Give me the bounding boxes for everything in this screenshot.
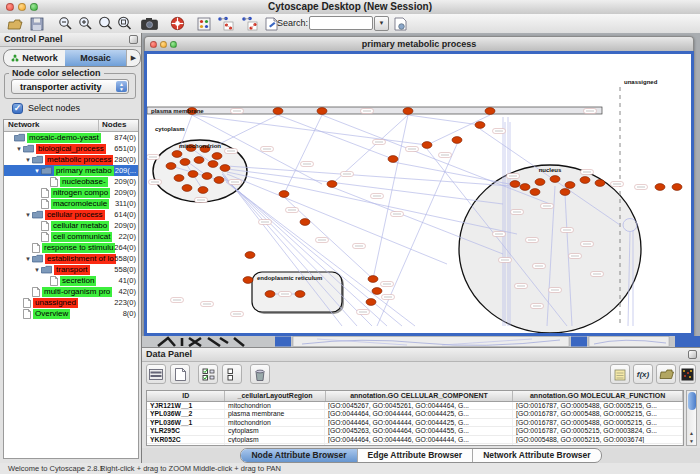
- network-node[interactable]: [273, 108, 283, 115]
- network-node[interactable]: [366, 299, 376, 306]
- unselect-attributes-icon[interactable]: [222, 364, 242, 384]
- tab-network[interactable]: Network: [4, 50, 65, 66]
- scrollbar-thumb[interactable]: [688, 392, 696, 410]
- tree-row[interactable]: response to stimulu264(0): [4, 242, 138, 253]
- float-data-panel-icon[interactable]: [688, 350, 697, 359]
- table-row[interactable]: YKR052Ccytoplasm[GO:0044464, GO:0044446,…: [147, 436, 683, 444]
- table-cell[interactable]: [GO:0016787, GO:0005488, GO:0005215, G..…: [513, 402, 683, 409]
- network-node[interactable]: [388, 156, 398, 163]
- select-attributes-icon[interactable]: [198, 364, 218, 384]
- tree-col-nodes[interactable]: Nodes: [99, 120, 138, 131]
- network-node[interactable]: [295, 291, 305, 298]
- network-node[interactable]: [510, 181, 520, 188]
- network-canvas[interactable]: plasma membranecytoplasmmitochondrionnuc…: [144, 51, 694, 336]
- expand-arrow-icon[interactable]: ▼: [33, 168, 41, 174]
- tab-mosaic[interactable]: Mosaic: [65, 50, 126, 66]
- network-node[interactable]: [403, 108, 413, 115]
- network-node[interactable]: [212, 153, 222, 160]
- table-column-header[interactable]: annotation.GO CELLULAR_COMPONENT: [326, 391, 514, 401]
- attribute-table[interactable]: ID_cellularLayoutRegionannotation.GO CEL…: [146, 390, 684, 446]
- table-cell[interactable]: mitochondrion: [225, 444, 325, 446]
- app-titlebar[interactable]: Cytoscape Desktop (New Session): [0, 0, 700, 15]
- background-windows-strip[interactable]: [142, 336, 700, 347]
- network-node[interactable]: [208, 161, 218, 168]
- mosaic-plugin-icon[interactable]: [195, 15, 213, 32]
- network-node[interactable]: [198, 187, 208, 194]
- table-row[interactable]: YLR295Ccytoplasm[GO:0045263, GO:0044464,…: [147, 427, 683, 435]
- expand-arrow-icon[interactable]: ▼: [24, 212, 32, 218]
- tree-row[interactable]: Overview8(0): [4, 308, 138, 319]
- region-plasma-membrane[interactable]: [147, 107, 602, 114]
- network-node[interactable]: [422, 142, 432, 149]
- expand-arrow-icon[interactable]: ▼: [24, 256, 32, 262]
- table-row[interactable]: YJR121W__1mitochondrion[GO:0045267, GO:0…: [147, 402, 683, 410]
- table-cell[interactable]: cytoplasm: [225, 427, 325, 434]
- table-cell[interactable]: [GO:0044464, GO:0044444, GO:0044425, G..…: [325, 444, 513, 446]
- table-cell[interactable]: [GO:0045263, GO:0044464, GO:0044455, G..…: [325, 427, 513, 434]
- attribute-browser-tab[interactable]: Network Attribute Browser: [473, 449, 600, 462]
- search-input[interactable]: [309, 16, 373, 30]
- help-icon[interactable]: [168, 15, 186, 32]
- table-row[interactable]: YDR039C__1mitochondrion[GO:0044464, GO:0…: [147, 444, 683, 446]
- table-row[interactable]: YPL036W__1mitochondrion[GO:0044464, GO:0…: [147, 419, 683, 427]
- network-node[interactable]: [243, 277, 253, 284]
- scroll-up-icon[interactable]: ▲: [687, 429, 696, 437]
- table-column-header[interactable]: annotation.GO MOLECULAR_FUNCTION: [513, 391, 683, 401]
- matrix-icon[interactable]: [679, 364, 696, 384]
- table-cell[interactable]: mitochondrion: [225, 419, 325, 426]
- network-node[interactable]: [180, 159, 190, 166]
- scroll-down-icon[interactable]: ▼: [687, 437, 696, 445]
- expand-arrow-icon[interactable]: ▼: [24, 157, 32, 163]
- tree-row[interactable]: ▼biological_process651(0): [4, 143, 138, 154]
- table-cell[interactable]: [GO:0044464, GO:0044446, GO:0044444, G..…: [325, 436, 513, 443]
- configure-search-icon[interactable]: [391, 15, 409, 32]
- zoom-in-icon[interactable]: [76, 15, 94, 32]
- tree-row[interactable]: ▼metabolic process280(0): [4, 154, 138, 165]
- network-node[interactable]: [535, 179, 545, 186]
- tree-row[interactable]: cell communicat22(0): [4, 231, 138, 242]
- network-node[interactable]: [475, 122, 485, 129]
- table-row[interactable]: YPL036W__2plasma membrane[GO:0044464, GO…: [147, 410, 683, 418]
- table-cell[interactable]: YLR295C: [147, 427, 225, 434]
- tree-row[interactable]: ▼transport558(0): [4, 264, 138, 275]
- table-cell[interactable]: plasma membrane: [225, 410, 325, 417]
- save-session-icon[interactable]: [28, 15, 46, 32]
- notepad-icon[interactable]: [610, 364, 630, 384]
- network-node[interactable]: [214, 177, 224, 184]
- table-cell[interactable]: [GO:0045267, GO:0045261, GO:0044464, G..…: [325, 402, 513, 409]
- apply-layout-icon[interactable]: [216, 15, 234, 32]
- network-node[interactable]: [317, 108, 327, 115]
- search-dropdown-icon[interactable]: ▼: [374, 16, 389, 31]
- more-tabs-icon[interactable]: ▶: [126, 50, 140, 66]
- network-node[interactable]: [550, 176, 560, 183]
- float-panel-icon[interactable]: [129, 35, 138, 44]
- network-node[interactable]: [655, 184, 665, 191]
- table-cell[interactable]: [GO:0016787, GO:0005488, GO:0005215, G..…: [513, 410, 683, 417]
- tree-row[interactable]: cellular metabo209(0): [4, 220, 138, 231]
- tree-row[interactable]: macromolecule311(0): [4, 198, 138, 209]
- network-node[interactable]: [182, 185, 192, 192]
- network-node[interactable]: [245, 252, 255, 259]
- network-node[interactable]: [194, 157, 204, 164]
- table-cell[interactable]: YKR052C: [147, 436, 225, 443]
- table-column-header[interactable]: ID: [147, 391, 225, 401]
- network-view-window[interactable]: primary metabolic process plasma membran…: [144, 36, 694, 336]
- attribute-browser-tab[interactable]: Edge Attribute Browser: [358, 449, 474, 462]
- table-cell[interactable]: YDR039C__1: [147, 444, 225, 446]
- import-attributes-icon[interactable]: [656, 364, 676, 384]
- network-node[interactable]: [530, 189, 540, 196]
- network-view-titlebar[interactable]: primary metabolic process: [144, 36, 694, 51]
- expand-arrow-icon[interactable]: ▼: [15, 146, 23, 152]
- node-color-dropdown[interactable]: transporter activity ▲▼: [11, 79, 129, 94]
- expand-arrow-icon[interactable]: ▼: [33, 267, 41, 273]
- network-node[interactable]: [368, 276, 378, 283]
- tree-row[interactable]: mosaic-demo-yeast874(0): [4, 132, 138, 143]
- zoom-fit-icon[interactable]: [115, 15, 133, 32]
- network-node[interactable]: [565, 182, 575, 189]
- table-column-header[interactable]: _cellularLayoutRegion: [225, 391, 325, 401]
- network-node[interactable]: [485, 108, 495, 115]
- tree-row[interactable]: secretion41(0): [4, 275, 138, 286]
- select-nodes-checkbox[interactable]: ✓: [12, 103, 23, 114]
- table-cell[interactable]: [GO:0044464, GO:0044444, GO:0044425, G..…: [325, 410, 513, 417]
- snapshot-icon[interactable]: [140, 15, 158, 32]
